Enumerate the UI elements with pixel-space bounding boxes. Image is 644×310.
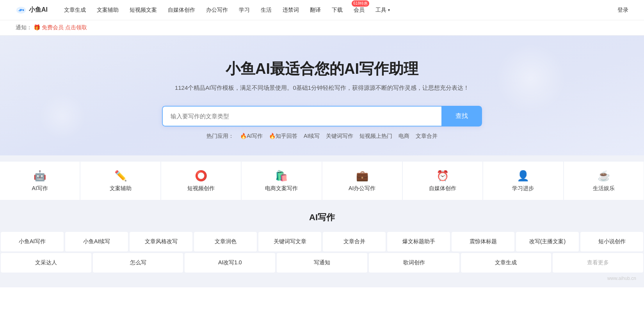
- main-nav: 小鱼AI 文章生成 文案辅助 短视频文案 自媒体创作 办公写作 学习 生活 违禁…: [0, 0, 644, 20]
- nav-item-office[interactable]: 办公写作: [201, 4, 233, 16]
- hero-title: 小鱼AI最适合您的AI写作助理: [16, 59, 628, 79]
- notice-link[interactable]: 免费会员 点击领取: [42, 24, 87, 30]
- cat-tab-learning-label: 学习进步: [512, 185, 534, 192]
- hot-item-1[interactable]: 🔥知乎回答: [269, 133, 297, 139]
- tool-short-novel[interactable]: 短小说创作: [580, 232, 643, 251]
- hero-section: 小鱼AI最适合您的AI写作助理 1124个精品AI写作模板，满足不同场景使用。0…: [0, 36, 644, 155]
- hot-item-3[interactable]: 关键词写作: [326, 133, 353, 139]
- tool-row-1: 小鱼AI写作 小鱼AI续写 文章风格改写 文章润色 关键词写文章 文章合并 爆文…: [0, 231, 644, 252]
- nav-item-life[interactable]: 生活: [256, 4, 276, 16]
- tool-lyrics[interactable]: 歌词创作: [369, 253, 459, 273]
- nav-item-forbidden[interactable]: 违禁词: [278, 4, 304, 16]
- hot-apps: 热门应用： 🔥AI写作 🔥知乎回答 AI续写 关键词写作 短视频上热门 电商 文…: [16, 133, 628, 140]
- cat-tab-self-media-label: 自媒体创作: [429, 185, 456, 192]
- search-input[interactable]: [162, 106, 441, 126]
- notice-label: 通知：: [16, 24, 32, 30]
- tool-keyword-article[interactable]: 关键词写文章: [258, 232, 321, 251]
- hot-item-0[interactable]: 🔥AI写作: [240, 133, 263, 139]
- hot-item-2[interactable]: AI续写: [304, 133, 320, 139]
- cat-tab-ecommerce[interactable]: 🛍️ 电商文案写作: [242, 162, 321, 200]
- tool-row-2: 文采达人 怎么写 AI改写1.0 写通知 歌词创作 文章生成 查看更多: [0, 252, 644, 273]
- nav-items: 文章生成 文案辅助 短视频文案 自媒体创作 办公写作 学习 生活 违禁词 翻译 …: [59, 4, 617, 16]
- tool-writing-talent[interactable]: 文采达人: [1, 253, 91, 273]
- logo-text: 小鱼AI: [29, 6, 48, 14]
- hot-item-6[interactable]: 文章合并: [416, 133, 438, 139]
- nav-item-copywriting[interactable]: 文案辅助: [92, 4, 123, 16]
- hot-item-5[interactable]: 电商: [398, 133, 409, 139]
- life-icon: ☕: [598, 170, 610, 182]
- cat-tab-learning[interactable]: 👤 学习进步: [483, 162, 563, 200]
- tool-polish[interactable]: 文章润色: [194, 232, 257, 251]
- cat-tab-office-label: AI办公写作: [349, 185, 375, 192]
- cat-tab-short-video-label: 短视频创作: [187, 185, 215, 192]
- notice-bar: 通知： 🎁 免费会员 点击领取: [0, 20, 644, 36]
- cat-tab-ecommerce-label: 电商文案写作: [265, 185, 298, 192]
- search-box: 查找: [162, 106, 482, 126]
- ai-writing-section-title: AI写作: [0, 212, 644, 223]
- hot-apps-label: 热门应用：: [206, 133, 234, 139]
- cat-tab-life-label: 生活娱乐: [593, 185, 615, 192]
- nav-item-study[interactable]: 学习: [234, 4, 254, 16]
- tool-ai-rewrite[interactable]: AI改写1.0: [185, 253, 275, 273]
- office-icon: 💼: [356, 170, 368, 182]
- cat-tab-office[interactable]: 💼 AI办公写作: [322, 162, 402, 200]
- cat-tab-short-video[interactable]: ⭕ 短视频创作: [161, 162, 241, 200]
- ai-writing-section: AI写作 小鱼AI写作 小鱼AI续写 文章风格改写 文章润色 关键词写文章 文章…: [0, 200, 644, 287]
- tool-see-more[interactable]: 查看更多: [553, 253, 643, 273]
- self-media-icon: ⏰: [436, 170, 449, 182]
- cat-tab-life[interactable]: ☕ 生活娱乐: [564, 162, 644, 200]
- tool-article-gen[interactable]: 文章生成: [461, 253, 551, 273]
- tool-xiaoyu-continue[interactable]: 小鱼AI续写: [65, 232, 128, 251]
- nav-item-self-media[interactable]: 自媒体创作: [163, 4, 200, 16]
- cat-tab-ai-writing-label: AI写作: [32, 185, 48, 192]
- tool-article-merge[interactable]: 文章合并: [323, 232, 386, 251]
- tool-shocking-title[interactable]: 震惊体标题: [452, 232, 514, 251]
- cat-tab-self-media[interactable]: ⏰ 自媒体创作: [403, 162, 482, 200]
- tool-style-rewrite[interactable]: 文章风格改写: [130, 232, 192, 251]
- nav-item-translate[interactable]: 翻译: [305, 4, 326, 16]
- nav-item-article-gen[interactable]: 文章生成: [59, 4, 91, 16]
- ecommerce-icon: 🛍️: [275, 170, 288, 182]
- tool-write-notice[interactable]: 写通知: [277, 253, 367, 273]
- tool-viral-title[interactable]: 爆文标题助手: [387, 232, 450, 251]
- cat-tab-ai-writing[interactable]: 🤖 AI写作: [0, 162, 80, 200]
- short-video-icon: ⭕: [195, 170, 207, 182]
- tools-arrow-icon: ▾: [388, 8, 390, 12]
- tool-grid: 小鱼AI写作 小鱼AI续写 文章风格改写 文章润色 关键词写文章 文章合并 爆文…: [0, 231, 644, 273]
- copywriting-icon: ✏️: [114, 170, 127, 182]
- cat-tab-copywriting-label: 文案辅助: [110, 185, 132, 192]
- tool-how-to-write[interactable]: 怎么写: [93, 253, 183, 273]
- cat-tab-copywriting[interactable]: ✏️ 文案辅助: [80, 162, 160, 200]
- hero-subtitle: 1124个精品AI写作模板，满足不同场景使用。0基础1分钟轻松写作，获得源源不断…: [16, 84, 628, 92]
- svg-point-1: [18, 9, 20, 10]
- vip-badge: 618特惠: [352, 0, 369, 7]
- search-button[interactable]: 查找: [441, 106, 482, 126]
- login-button[interactable]: 登录: [617, 7, 628, 14]
- notice-icon: 🎁: [34, 24, 40, 30]
- hot-item-4[interactable]: 短视频上热门: [359, 133, 392, 139]
- nav-item-tools[interactable]: 工具 ▾: [371, 4, 395, 16]
- watermark: www.aihub.cn: [0, 273, 644, 283]
- nav-item-download[interactable]: 下载: [327, 4, 347, 16]
- tool-rewrite-anchor[interactable]: 改写(主播文案): [516, 232, 579, 251]
- category-tabs: 🤖 AI写作 ✏️ 文案辅助 ⭕ 短视频创作 🛍️ 电商文案写作 💼 AI办公写…: [0, 155, 644, 200]
- learning-icon: 👤: [517, 170, 529, 182]
- logo[interactable]: 小鱼AI: [16, 5, 48, 16]
- nav-item-vip[interactable]: 会员 618特惠: [349, 4, 369, 16]
- ai-writing-icon: 🤖: [34, 170, 46, 182]
- tool-xiaoyu-writing[interactable]: 小鱼AI写作: [1, 232, 64, 251]
- nav-item-short-video[interactable]: 短视频文案: [125, 4, 162, 16]
